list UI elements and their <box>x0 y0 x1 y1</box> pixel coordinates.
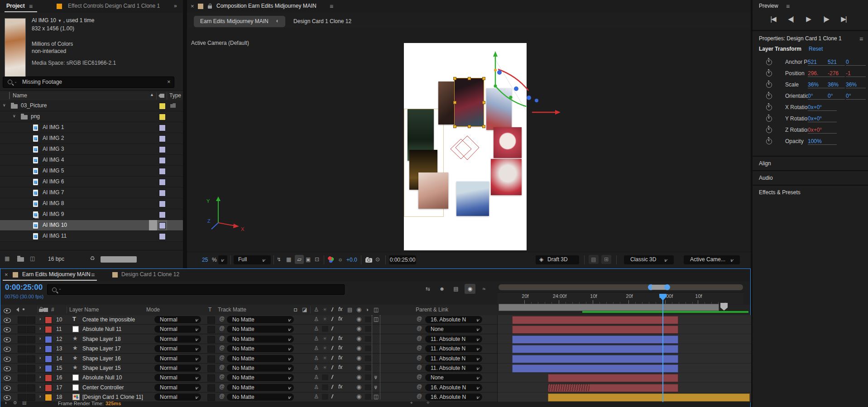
layer-hierarchy-icon[interactable] <box>374 384 378 390</box>
take-snapshot-icon[interactable] <box>365 258 372 263</box>
layer-duration-bar[interactable] <box>512 355 678 363</box>
layer-collapse-switch[interactable] <box>322 345 327 351</box>
layer-solo-box[interactable] <box>18 374 26 382</box>
layer-fx-switch[interactable] <box>338 364 342 370</box>
tree-item-label[interactable]: AI IMG 8 <box>43 200 64 206</box>
pick-whip-icon[interactable] <box>219 364 225 370</box>
tree-item-label[interactable]: AI IMG 4 <box>43 157 64 163</box>
tree-item-label[interactable]: 03_Picture <box>21 102 47 109</box>
stopwatch-icon[interactable] <box>766 59 772 67</box>
blend-mode-dropdown[interactable]: Normal <box>154 345 201 352</box>
layer-solo-box[interactable] <box>18 365 26 372</box>
transform-value[interactable]: 0x+0° <box>808 127 837 134</box>
label-swatch-cell[interactable] <box>157 177 167 187</box>
footer-switches-icon[interactable]: ⚙ <box>13 400 17 405</box>
layer-adjustment-switch[interactable] <box>365 326 371 332</box>
parent-pick-whip-icon[interactable] <box>417 325 422 331</box>
label-swatch-cell[interactable] <box>157 198 167 209</box>
preview-timecode[interactable]: 0:00:25:00 <box>389 255 416 264</box>
safe-margins-icon[interactable]: ▣ <box>306 256 311 263</box>
camera-3d-gizmo[interactable] <box>471 43 566 120</box>
layer-collapse-switch[interactable] <box>322 316 327 322</box>
transform-value[interactable]: 296. <box>808 70 829 77</box>
tab-timeline-clone[interactable]: Design Card 1 Clone 12 <box>121 271 179 278</box>
extended-viewer-icon[interactable]: ⊞ <box>601 255 611 264</box>
track-matte-dropdown[interactable]: No Matte <box>227 374 294 381</box>
matte-pick-whip-icon[interactable] <box>219 373 225 380</box>
layer-row[interactable]: ›14Shape Layer 16NormalNo Matte11. Absol… <box>0 354 497 364</box>
tree-row[interactable]: AI IMG 9 <box>0 209 183 220</box>
layer-collapse-switch[interactable] <box>322 355 327 361</box>
renderer-dropdown[interactable]: Classic 3D <box>624 255 674 264</box>
layer-motion-blur-switch[interactable] <box>356 364 361 371</box>
collage-photo-woman-flower[interactable] <box>418 172 448 209</box>
current-timecode[interactable]: 0:00:25:00 <box>5 283 43 292</box>
crop-region-icon[interactable]: ⊡ <box>315 256 319 263</box>
pick-whip-icon[interactable] <box>219 335 225 341</box>
stopwatch-icon[interactable] <box>766 116 772 123</box>
matte-pick-whip-icon[interactable] <box>219 316 225 322</box>
layer-duration-bar[interactable] <box>548 374 678 382</box>
preserve-transparency-box[interactable] <box>207 336 215 343</box>
matte-pick-whip-icon[interactable] <box>219 335 225 341</box>
layer-row[interactable]: ›13Shape Layer 17NormalNo Matte11. Absol… <box>0 344 497 354</box>
timeline-search-box[interactable]: ⌄ <box>47 284 345 295</box>
tree-row[interactable]: AI IMG 6 <box>0 177 183 187</box>
footer-modes-icon[interactable]: ▤ <box>22 400 26 405</box>
tree-item-label[interactable]: AI IMG 10 <box>43 222 67 228</box>
layer-label-swatch[interactable] <box>45 336 52 343</box>
composition-panel-menu-icon[interactable] <box>330 3 333 10</box>
project-bit-depth-button[interactable]: 16 bpc <box>48 256 64 262</box>
label-color-swatch[interactable] <box>159 135 166 142</box>
track-matte-dropdown[interactable]: No Matte <box>227 345 294 352</box>
layer-motion-blur-switch[interactable] <box>356 316 361 322</box>
composition-viewport[interactable]: Active Camera (Default) <box>187 28 751 252</box>
tab-composition[interactable]: Composition Earn Edits Midjourney MAIN <box>216 3 317 9</box>
layer-adjustment-switch[interactable] <box>365 374 371 380</box>
layer-collapse-switch[interactable] <box>322 394 328 400</box>
layer-quality-switch[interactable] <box>331 316 333 322</box>
mini-flowchart-icon[interactable]: ⇆ <box>422 284 433 294</box>
layer-label-swatch[interactable] <box>45 365 52 372</box>
tree-row[interactable]: AI IMG 8 <box>0 198 183 209</box>
layer-visibility-toggle[interactable] <box>4 386 11 392</box>
layer-visibility-toggle[interactable] <box>4 347 11 353</box>
layer-motion-blur-switch[interactable] <box>356 383 361 390</box>
column-parent-link[interactable]: Parent & Link <box>416 306 448 313</box>
timeline-search-chevron-icon[interactable]: ⌄ <box>58 287 62 291</box>
tree-row[interactable]: ∨png <box>0 111 183 122</box>
transform-value[interactable]: 36% <box>828 81 845 88</box>
label-swatch-cell[interactable] <box>157 220 167 230</box>
layer-lock-box[interactable] <box>27 345 35 353</box>
layer-label-swatch[interactable] <box>45 374 52 382</box>
parent-dropdown[interactable]: 16. Absolute N <box>425 393 482 401</box>
layer-lock-box[interactable] <box>27 394 35 401</box>
transform-value[interactable]: 100% <box>808 138 837 145</box>
layer-quality-switch[interactable] <box>331 393 333 400</box>
matte-pick-whip-icon[interactable] <box>219 345 225 351</box>
pick-whip-icon[interactable] <box>417 345 422 351</box>
layer-visibility-toggle[interactable] <box>4 376 11 382</box>
layer-collapse-switch[interactable] <box>322 326 328 332</box>
sort-ascending-icon[interactable]: ▲ <box>150 92 154 97</box>
parent-dropdown[interactable]: None <box>425 326 482 333</box>
label-color-swatch[interactable] <box>159 168 166 175</box>
stopwatch-icon[interactable] <box>766 127 772 133</box>
label-swatch-cell[interactable] <box>157 133 167 144</box>
exposure-icon[interactable]: ☼ <box>338 256 343 263</box>
tree-item-label[interactable]: AI IMG 9 <box>43 211 64 217</box>
layer-shy-switch[interactable] <box>314 345 319 351</box>
pick-whip-icon[interactable] <box>417 393 422 399</box>
layer-lock-box[interactable] <box>27 384 35 392</box>
track-matte-dropdown[interactable]: No Matte <box>227 316 294 323</box>
footer-zoom-icon[interactable]: ✧ <box>426 400 430 405</box>
project-horizontal-scrollbar[interactable] <box>101 256 137 263</box>
search-filter-chevron-icon[interactable]: ⌄ <box>14 80 17 84</box>
stopwatch-icon[interactable] <box>766 105 772 110</box>
comp-marker-bin-icon[interactable] <box>720 303 728 311</box>
transform-value[interactable]: 0° <box>808 93 829 100</box>
layer-expander-icon[interactable]: › <box>39 384 41 389</box>
column-name[interactable]: Name <box>13 92 27 99</box>
label-color-swatch[interactable] <box>159 201 166 207</box>
layer-duration-bar[interactable] <box>512 316 678 324</box>
